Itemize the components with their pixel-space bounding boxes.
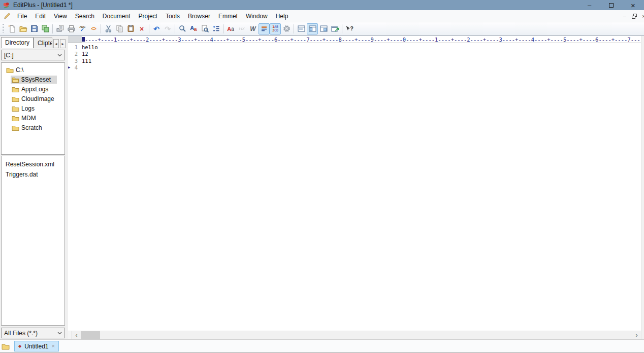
menu-browser[interactable]: Browser bbox=[184, 11, 214, 22]
folder-icon bbox=[12, 86, 19, 92]
find-in-files-button[interactable] bbox=[199, 23, 210, 34]
tab-close-icon[interactable]: × bbox=[52, 343, 55, 349]
toolbar-separator bbox=[342, 24, 342, 33]
find-button[interactable] bbox=[177, 23, 188, 34]
toolbar: ABC ✓ <> × ↶ ↷ AB Aă Hx W 1AB 2CD bbox=[0, 22, 644, 36]
menu-help[interactable]: Help bbox=[272, 11, 293, 22]
delete-button[interactable]: × bbox=[136, 23, 147, 34]
tab-directory[interactable]: Directory bbox=[1, 37, 34, 48]
open-in-browser-button[interactable] bbox=[329, 23, 340, 34]
menu-project[interactable]: Project bbox=[135, 11, 162, 22]
close-button[interactable]: × bbox=[622, 0, 644, 10]
file-filter-selector[interactable]: All Files (*.*) bbox=[1, 328, 65, 338]
new-document-icon bbox=[8, 24, 16, 33]
mdi-close-button[interactable]: × bbox=[639, 12, 644, 20]
tree-item-c-drive[interactable]: C:\ bbox=[2, 65, 65, 75]
tree-item-logs[interactable]: Logs bbox=[2, 103, 65, 113]
print-icon bbox=[67, 24, 76, 33]
toolbar-separator bbox=[101, 24, 101, 33]
file-item[interactable]: Triggers.dat bbox=[2, 169, 65, 180]
new-document-button[interactable] bbox=[6, 23, 17, 34]
menubar: File Edit View Search Document Project T… bbox=[0, 10, 644, 22]
tree-item-appxlogs[interactable]: AppxLogs bbox=[2, 84, 65, 94]
save-all-button[interactable] bbox=[40, 23, 51, 34]
tree-item-sysreset[interactable]: $SysReset bbox=[2, 75, 65, 84]
drive-selector-value: [C:] bbox=[4, 52, 57, 59]
menu-document[interactable]: Document bbox=[99, 11, 135, 22]
column-ruler: ----+----1----+----2----+----3----+----4… bbox=[68, 36, 641, 43]
copy-button[interactable] bbox=[114, 23, 125, 34]
undo-button[interactable]: ↶ bbox=[151, 23, 162, 34]
save-all-icon bbox=[41, 24, 50, 33]
mdi-minimize-button[interactable]: – bbox=[620, 12, 629, 20]
menu-search[interactable]: Search bbox=[71, 11, 99, 22]
change-case-button[interactable]: Aă bbox=[225, 23, 236, 34]
redo-button[interactable]: ↷ bbox=[162, 23, 173, 34]
print-preview-icon bbox=[56, 24, 65, 33]
undo-icon: ↶ bbox=[153, 25, 159, 32]
text-area[interactable]: 1 hello 2 12 3 111 ▶ 4 bbox=[68, 43, 641, 331]
split-handle[interactable] bbox=[68, 331, 72, 339]
view-in-browser-button[interactable]: <> bbox=[88, 23, 99, 34]
arrow-right-icon: ▸ bbox=[61, 42, 63, 46]
toolbar-grip[interactable] bbox=[3, 24, 4, 33]
directory-tree: C:\ $SysReset AppxLogs CloudImage Logs M… bbox=[1, 62, 65, 155]
replace-icon: AB bbox=[190, 25, 197, 32]
app-icon bbox=[3, 2, 10, 9]
change-case-icon: Aă bbox=[227, 26, 234, 32]
mdi-restore-button[interactable] bbox=[630, 12, 638, 20]
document-list-icon bbox=[297, 24, 306, 33]
preferences-button[interactable] bbox=[281, 23, 292, 34]
line-numbers-button[interactable]: 1AB 2CD bbox=[270, 23, 281, 34]
cut-button[interactable] bbox=[103, 23, 114, 34]
folder-icon bbox=[12, 105, 19, 112]
paste-button[interactable] bbox=[125, 23, 136, 34]
scrollbar-thumb[interactable] bbox=[81, 331, 100, 339]
tree-item-mdm[interactable]: MDM bbox=[2, 113, 65, 123]
minimize-button[interactable]: – bbox=[578, 0, 600, 10]
scroll-left-button[interactable]: ‹ bbox=[72, 331, 81, 339]
sort-button[interactable] bbox=[210, 23, 221, 34]
mdi-buttons: – × bbox=[620, 12, 644, 20]
tab-scroll-right-button[interactable]: ▸ bbox=[60, 39, 66, 48]
minimize-icon: – bbox=[588, 2, 591, 9]
menu-view[interactable]: View bbox=[50, 11, 71, 22]
scroll-right-button[interactable]: › bbox=[632, 331, 641, 339]
scrollbar-track[interactable] bbox=[100, 331, 632, 339]
menu-edit[interactable]: Edit bbox=[31, 11, 50, 22]
document-tab-untitled1[interactable]: ◆ Untitled1 × bbox=[14, 341, 59, 351]
replace-button[interactable]: AB bbox=[188, 23, 199, 34]
context-help-button[interactable]: ? bbox=[344, 23, 355, 34]
word-wrap-button[interactable]: W bbox=[247, 23, 259, 34]
file-item[interactable]: ResetSession.xml bbox=[2, 159, 65, 169]
print-preview-button[interactable] bbox=[54, 23, 66, 34]
horizontal-scrollbar[interactable]: ‹ › bbox=[68, 331, 641, 339]
scroll-left-icon: ‹ bbox=[76, 332, 78, 339]
menu-emmet[interactable]: Emmet bbox=[214, 11, 242, 22]
save-button[interactable] bbox=[28, 23, 40, 34]
menu-file[interactable]: File bbox=[13, 11, 31, 22]
document-system-menu-icon[interactable] bbox=[3, 12, 11, 20]
show-marks-button[interactable] bbox=[259, 23, 270, 34]
folder-icon bbox=[2, 343, 10, 350]
menu-window[interactable]: Window bbox=[242, 11, 272, 22]
document-list-button[interactable] bbox=[296, 23, 307, 34]
open-file-button[interactable] bbox=[17, 23, 28, 34]
document-selector-button[interactable] bbox=[2, 342, 10, 350]
directory-window-button[interactable] bbox=[307, 23, 318, 34]
print-button[interactable] bbox=[66, 23, 77, 34]
tab-scroll-left-button[interactable]: ◂ bbox=[53, 39, 59, 48]
tree-item-scratch[interactable]: Scratch bbox=[2, 123, 65, 132]
spell-check-button[interactable]: ABC ✓ bbox=[77, 23, 88, 34]
tree-item-cloudimage[interactable]: CloudImage bbox=[2, 94, 65, 103]
drive-selector[interactable]: [C:] bbox=[1, 50, 65, 60]
cliptext-window-button[interactable] bbox=[318, 23, 329, 34]
tab-cliptext[interactable]: Cliptext bbox=[34, 38, 52, 48]
hex-viewer-button[interactable]: Hx bbox=[236, 23, 247, 34]
copy-icon bbox=[115, 24, 124, 33]
maximize-button[interactable] bbox=[600, 0, 622, 10]
menu-tools[interactable]: Tools bbox=[162, 11, 184, 22]
chevron-down-icon bbox=[57, 332, 62, 335]
gear-icon bbox=[282, 24, 291, 33]
mdi-close-icon: × bbox=[642, 13, 644, 19]
